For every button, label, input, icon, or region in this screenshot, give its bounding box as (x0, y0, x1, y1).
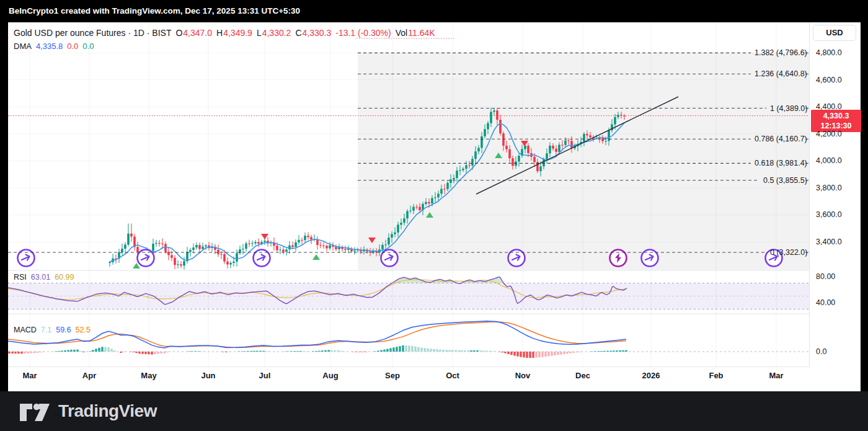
time-axis-label[interactable]: Jun (201, 371, 215, 380)
macd-histogram-bar (330, 350, 332, 352)
candle-body (276, 246, 278, 250)
arrow-event-icon[interactable] (138, 250, 154, 267)
macd-histogram-bar (64, 350, 66, 352)
symbol-title[interactable]: Gold USD per ounce Futures · 1D · BIST (14, 28, 171, 38)
macd-histogram-bar (79, 351, 81, 352)
macd-histogram-bar (436, 349, 438, 352)
macd-histogram-bar (312, 351, 314, 352)
time-axis-label[interactable]: 2026 (642, 371, 660, 380)
time-axis-label[interactable]: Oct (446, 371, 459, 380)
price-axis-label: 4,200.0 (816, 130, 842, 138)
sell-marker[interactable] (261, 234, 268, 239)
macd-histogram-bar (20, 352, 22, 353)
candle-body (130, 234, 133, 237)
macd-histogram-bar (396, 347, 397, 352)
macd-histogram-bar (405, 345, 407, 352)
change-value: -13.1 (-0.30%) (335, 28, 391, 38)
fib-level-label[interactable]: 1.382 (4,796.6) (755, 48, 807, 57)
candle-body (164, 244, 167, 252)
macd-histogram-bar (461, 350, 463, 352)
macd-histogram-bar (622, 350, 624, 352)
candle-body (304, 236, 306, 240)
fib-level-label[interactable]: 0.5 (3,855.5) (763, 176, 807, 185)
macd-histogram-bar (107, 347, 109, 352)
current-price-badge: 4,330.3 12:13:30 (811, 110, 861, 132)
macd-histogram-bar (315, 351, 317, 352)
macd-histogram-bar (470, 350, 472, 352)
fib-level-label[interactable]: 0.618 (3,981.4) (755, 159, 807, 167)
macd-histogram-bar (55, 351, 56, 352)
chart-canvas[interactable] (8, 22, 810, 367)
dma-indicator-row[interactable]: DMA 4,335.8 0.0 0.0 (14, 42, 94, 51)
currency-toggle-button[interactable]: USD (813, 25, 856, 41)
macd-histogram-bar (575, 352, 577, 352)
time-axis-label[interactable]: Nov (515, 371, 531, 380)
macd-histogram-bar (228, 352, 230, 352)
time-axis-label[interactable]: Sep (385, 371, 400, 380)
macd-histogram-bar (70, 350, 72, 352)
macd-axis-label: 0.0 (816, 347, 826, 356)
macd-histogram-bar (402, 345, 404, 352)
macd-histogram-bar (591, 351, 593, 352)
attribution-bar: BeInCrypto1 created with TradingView.com… (0, 0, 868, 22)
macd-histogram-bar (498, 352, 500, 352)
candle-body (465, 165, 467, 169)
candle-body (198, 245, 201, 249)
candle-body (397, 224, 399, 232)
fib-level-label[interactable]: 0 (3,322.0) (770, 248, 807, 257)
candle-body (493, 110, 495, 112)
candle-body (170, 255, 173, 257)
macd-histogram-bar (399, 346, 401, 352)
candle-body (232, 262, 235, 263)
rsi-ma-value: 60.99 (55, 273, 74, 282)
candle-body (623, 115, 626, 116)
candle-body (282, 250, 285, 252)
macd-histogram-bar (327, 350, 329, 352)
macd-histogram-bar (532, 352, 534, 358)
time-axis-label[interactable]: Dec (575, 371, 590, 380)
volume-label: Vol (396, 28, 407, 38)
time-axis-label[interactable]: Apr (82, 371, 96, 380)
candle-body (546, 153, 548, 159)
time-axis-label[interactable]: Mar (769, 371, 783, 380)
candle-body (344, 249, 347, 249)
macd-indicator-row[interactable]: MACD 7.1 59.6 52.5 (14, 326, 91, 334)
candle-body (552, 146, 554, 149)
macd-histogram-bar (14, 352, 16, 353)
candle-body (391, 234, 393, 238)
candle-body (202, 247, 204, 249)
fib-level-label[interactable]: 1 (4,389.0) (770, 104, 807, 113)
fib-level-label[interactable]: 0.786 (4,160.7) (755, 135, 807, 143)
candle-body (425, 202, 427, 204)
candle-body (279, 250, 281, 251)
candle-body (174, 258, 176, 265)
rsi-indicator-row[interactable]: RSI 63.01 60.99 (14, 273, 74, 282)
candle-body (322, 246, 325, 246)
macd-histogram-bar (113, 350, 115, 352)
time-axis-label[interactable]: Mar (22, 371, 37, 380)
macd-histogram-bar (265, 351, 267, 352)
open-value: 4,347.0 (183, 28, 212, 38)
macd-histogram-bar (151, 352, 153, 355)
time-axis-label[interactable]: May (141, 371, 156, 380)
candle-body (298, 240, 300, 242)
candle-body (307, 236, 309, 237)
buy-marker[interactable] (312, 254, 320, 260)
macd-histogram-bar (464, 350, 466, 352)
candle-body (264, 241, 266, 242)
candle-body (614, 117, 616, 125)
macd-histogram-bar (144, 352, 146, 354)
macd-histogram-bar (89, 351, 91, 352)
candle-body (583, 134, 585, 142)
candle-body (471, 159, 474, 166)
time-axis-label[interactable]: Aug (322, 371, 338, 380)
macd-histogram-bar (355, 352, 357, 352)
macd-histogram-bar (510, 352, 512, 355)
macd-histogram-bar (538, 352, 540, 357)
time-axis-label[interactable]: Jul (259, 371, 271, 380)
time-axis-label[interactable]: Feb (709, 371, 723, 380)
macd-histogram-bar (358, 352, 360, 352)
fib-level-label[interactable]: 1.236 (4,640.8) (755, 69, 807, 78)
macd-histogram-bar (504, 352, 506, 353)
price-axis-label: 4,000.0 (816, 156, 842, 165)
